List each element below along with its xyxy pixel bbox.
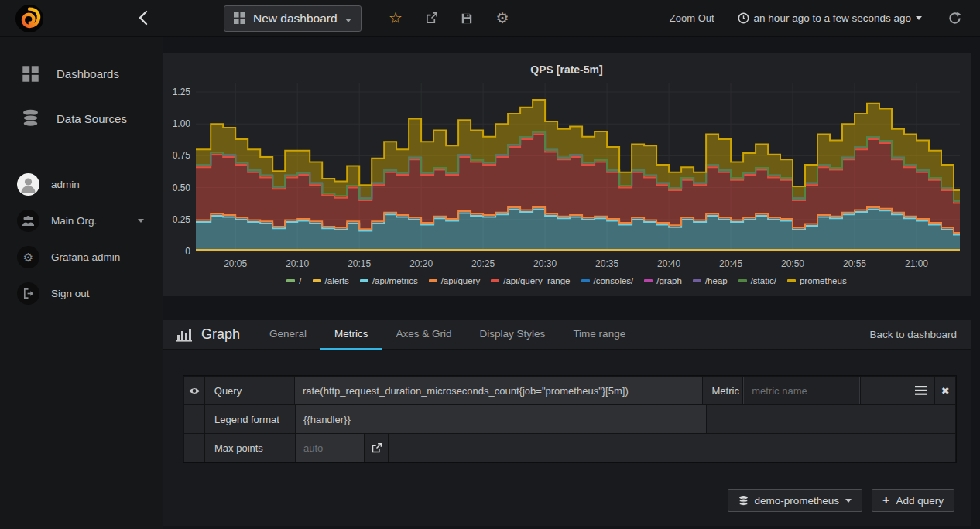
row-filler-cell	[707, 405, 955, 433]
grid-icon	[234, 12, 245, 24]
panel-title[interactable]: QPS [rate-5m]	[163, 53, 971, 77]
row-spacer-cell	[184, 434, 204, 462]
add-query-button[interactable]: + Add query	[872, 489, 954, 512]
y-axis-tick: 0.25	[173, 214, 191, 225]
x-axis-tick: 21:00	[905, 258, 928, 269]
external-link-icon	[371, 442, 382, 454]
legend-label: /api/query_range	[503, 276, 570, 285]
legend-label: /static/	[751, 276, 776, 285]
collapse-sidebar-icon[interactable]	[138, 10, 148, 28]
eye-icon	[188, 387, 200, 395]
chevron-down-icon	[138, 219, 144, 223]
star-icon[interactable]: ☆	[389, 12, 403, 25]
legend-item[interactable]: /api/metrics	[360, 276, 418, 285]
editor-buttons-row: demo-prometheus + Add query	[183, 489, 971, 512]
legend-label: /api/metrics	[372, 276, 418, 285]
gear-icon: ⚙	[17, 246, 39, 268]
legend-label: /heap	[705, 276, 728, 285]
sidebar-spacer	[0, 135, 163, 169]
legend-item[interactable]: /heap	[693, 276, 728, 285]
tab-metrics[interactable]: Metrics	[320, 320, 382, 350]
sidebar-item-grafana-admin[interactable]: ⚙ Grafana admin	[0, 242, 163, 272]
datasource-picker-button[interactable]: demo-prometheus	[728, 489, 863, 512]
chart-legend: //alerts/api/metrics/api/query/api/query…	[163, 273, 971, 292]
max-points-input[interactable]	[296, 442, 364, 454]
max-points-link-button[interactable]	[365, 434, 388, 462]
x-axis-tick: 20:35	[595, 258, 618, 269]
query-editor-table: Query Metric ✖	[183, 375, 957, 463]
sidebar-item-data-sources[interactable]: Data Sources	[0, 101, 163, 135]
users-icon	[17, 210, 39, 232]
dashboard-content: QPS [rate-5m] 00.250.500.751.001.2520:05…	[163, 37, 980, 529]
metric-name-input[interactable]	[744, 385, 859, 397]
legend-color-dash	[787, 279, 796, 282]
sidebar-item-label: Grafana admin	[51, 251, 120, 263]
metrics-tab-content: Query Metric ✖	[163, 350, 971, 526]
x-axis-tick: 20:45	[719, 258, 742, 269]
gear-icon[interactable]: ⚙	[496, 12, 509, 25]
y-axis-tick: 0.75	[173, 150, 191, 161]
y-axis-tick: 0.50	[173, 183, 191, 193]
legend-color-dash	[644, 279, 653, 282]
sign-out-icon	[17, 282, 39, 305]
qps-chart[interactable]: 00.250.500.751.001.2520:0520:1020:1520:2…	[163, 77, 971, 271]
legend-color-dash	[738, 279, 747, 282]
share-icon[interactable]	[425, 12, 438, 25]
tab-axes-grid[interactable]: Axes & Grid	[382, 320, 466, 350]
max-points-input-cell	[296, 434, 364, 462]
legend-item[interactable]: /alerts	[313, 276, 349, 285]
x-axis-tick: 20:50	[781, 258, 804, 269]
sidebar-item-admin[interactable]: admin	[0, 169, 163, 200]
sidebar-item-dashboards[interactable]: Dashboards	[0, 57, 163, 90]
x-axis-tick: 20:25	[471, 258, 495, 269]
query-row: Query Metric ✖	[184, 377, 955, 404]
legend-label: /graph	[656, 276, 682, 285]
legend-format-input[interactable]	[296, 414, 706, 425]
legend-item[interactable]: prometheus	[787, 276, 847, 285]
row-spacer-cell	[184, 405, 204, 433]
x-axis-tick: 20:40	[657, 258, 680, 269]
refresh-icon[interactable]	[948, 12, 961, 25]
time-range-picker[interactable]: an hour ago to a few seconds ago	[738, 12, 922, 24]
legend-label: /	[299, 276, 301, 285]
hamburger-icon	[915, 386, 927, 395]
back-to-dashboard-link[interactable]: Back to dashboard	[869, 329, 957, 340]
tab-time-range[interactable]: Time range	[559, 320, 639, 350]
add-query-label: Add query	[896, 495, 944, 507]
close-icon: ✖	[941, 385, 950, 397]
database-icon	[738, 495, 749, 507]
zoom-out-button[interactable]: Zoom Out	[670, 12, 714, 24]
sidebar-item-label: Sign out	[51, 288, 90, 299]
bar-chart-icon	[176, 328, 192, 342]
legend-item[interactable]: /api/query_range	[491, 276, 570, 285]
top-navbar: New dashboard ☆ ⚙ Zoom Out an hour ago t…	[0, 0, 980, 37]
dashboard-picker-button[interactable]: New dashboard	[224, 5, 362, 32]
sidebar-item-label: Main Org.	[51, 215, 97, 227]
row-filler-cell	[389, 434, 955, 462]
legend-item[interactable]: /static/	[738, 276, 776, 285]
legend-label: /alerts	[325, 276, 349, 285]
sidebar-item-label: admin	[51, 179, 80, 190]
query-input[interactable]	[295, 385, 702, 397]
query-input-cell	[295, 377, 702, 404]
x-axis-tick: 20:15	[348, 258, 371, 269]
tab-general[interactable]: General	[255, 320, 320, 350]
save-icon[interactable]	[461, 12, 474, 25]
query-menu-button[interactable]	[861, 377, 934, 404]
legend-color-dash	[313, 279, 321, 282]
legend-item[interactable]: /	[286, 276, 301, 285]
x-axis-tick: 20:55	[843, 258, 866, 269]
legend-item[interactable]: /api/query	[429, 276, 481, 285]
grafana-logo[interactable]	[0, 4, 59, 33]
toggle-query-visibility-button[interactable]	[184, 377, 204, 404]
legend-item[interactable]: /graph	[644, 276, 682, 285]
dashboards-icon	[22, 65, 39, 83]
tab-display-styles[interactable]: Display Styles	[466, 320, 560, 350]
remove-query-button[interactable]: ✖	[935, 377, 955, 404]
editor-tabs: GeneralMetricsAxes & GridDisplay StylesT…	[255, 320, 639, 350]
sidebar: Dashboards Data Sources admin	[0, 37, 163, 529]
legend-color-dash	[581, 279, 590, 282]
sidebar-item-main-org[interactable]: Main Org.	[0, 206, 163, 236]
sidebar-item-sign-out[interactable]: Sign out	[0, 278, 163, 309]
legend-item[interactable]: /consoles/	[581, 276, 634, 285]
